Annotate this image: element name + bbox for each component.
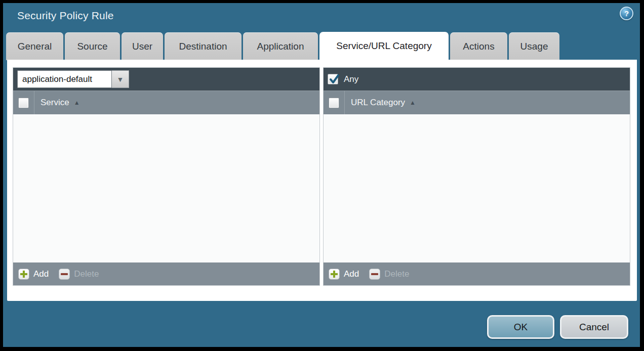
tab-user[interactable]: User [122, 32, 163, 60]
url-category-header-checkbox-cell [324, 91, 345, 114]
cancel-button[interactable]: Cancel [560, 315, 628, 339]
url-category-list-body [324, 114, 630, 262]
sort-asc-icon: ▲ [74, 99, 80, 106]
tab-bar: General Source User Destination Applicat… [6, 32, 559, 60]
tab-general[interactable]: General [6, 32, 63, 60]
service-list-body [13, 114, 319, 262]
dialog-title: Security Policy Rule [17, 10, 114, 22]
tab-content-area: application-default ▼ Service ▲ Add [7, 60, 637, 301]
url-category-footer: Add Delete [324, 262, 630, 285]
delete-icon [369, 269, 380, 280]
delete-button-label: Delete [74, 269, 99, 279]
tab-application[interactable]: Application [243, 32, 318, 60]
dropdown-arrow-icon[interactable]: ▼ [112, 70, 129, 88]
service-column-label: Service [41, 98, 69, 108]
any-checkbox-label: Any [344, 74, 358, 84]
service-add-button[interactable]: Add [18, 269, 49, 280]
service-toolbar: application-default ▼ [13, 68, 319, 91]
service-footer: Add Delete [13, 262, 319, 285]
sort-asc-icon: ▲ [410, 99, 416, 106]
security-policy-rule-dialog: Security Policy Rule ? General Source Us… [3, 3, 640, 347]
delete-icon [59, 269, 70, 280]
tab-source[interactable]: Source [65, 32, 120, 60]
service-select-all-checkbox[interactable] [18, 98, 29, 108]
service-header-checkbox-cell [13, 91, 34, 114]
url-category-add-button[interactable]: Add [329, 269, 359, 280]
service-delete-button[interactable]: Delete [59, 269, 99, 280]
ok-button[interactable]: OK [487, 315, 554, 339]
any-checkbox[interactable] [328, 74, 338, 84]
help-icon[interactable]: ? [620, 7, 633, 20]
service-type-value[interactable]: application-default [17, 70, 112, 88]
add-icon [18, 269, 29, 280]
url-category-panel: Any URL Category ▲ Add [323, 67, 630, 286]
url-category-column-label: URL Category [351, 98, 405, 108]
url-category-select-all-checkbox[interactable] [329, 98, 339, 108]
tab-service-url-category[interactable]: Service/URL Category [319, 32, 449, 60]
url-category-column-header[interactable]: URL Category ▲ [324, 91, 630, 114]
service-type-dropdown[interactable]: application-default ▼ [17, 70, 129, 88]
tab-usage[interactable]: Usage [509, 32, 559, 60]
url-category-toolbar: Any [324, 68, 630, 91]
delete-button-label: Delete [384, 269, 409, 279]
service-column-header[interactable]: Service ▲ [13, 91, 319, 114]
add-button-label: Add [344, 269, 359, 279]
add-icon [329, 269, 340, 280]
url-category-delete-button[interactable]: Delete [369, 269, 409, 280]
tab-destination[interactable]: Destination [165, 32, 242, 60]
service-panel: application-default ▼ Service ▲ Add [13, 67, 320, 286]
add-button-label: Add [33, 269, 49, 279]
tab-actions[interactable]: Actions [450, 32, 507, 60]
